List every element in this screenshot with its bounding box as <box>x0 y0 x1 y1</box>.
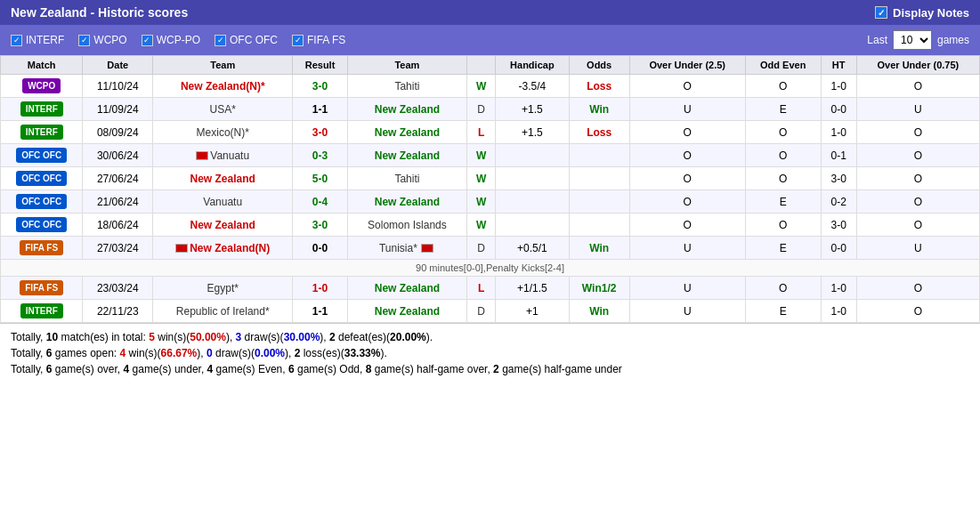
match-badge-cell: OFC OFC <box>1 190 83 214</box>
filter-bar: ✓ INTERF ✓ WCPO ✓ WCP-PO ✓ OFC OFC ✓ FIF… <box>0 25 980 55</box>
over-under-25: O <box>629 121 745 144</box>
header-bar: New Zealand - Historic scores ✓ Display … <box>0 0 980 25</box>
match-date: 27/03/24 <box>83 237 153 260</box>
col-date: Date <box>83 56 153 75</box>
match-type-badge: FIFA FS <box>20 280 63 295</box>
team1-name: Republic of Ireland* <box>153 300 293 323</box>
over-under-25: U <box>629 237 745 260</box>
win-loss-indicator: W <box>467 190 496 214</box>
over-under-25: O <box>629 214 745 237</box>
over-under-25: U <box>629 98 745 121</box>
col-match: Match <box>1 56 83 75</box>
over-under-075: U <box>856 237 979 260</box>
team1-flag-icon <box>196 151 208 160</box>
match-result: 0-0 <box>293 237 348 260</box>
match-result: 5-0 <box>293 167 348 190</box>
halftime-score: 1-0 <box>821 277 856 300</box>
match-type-badge: OFC OFC <box>16 217 67 232</box>
win-loss-indicator: W <box>467 75 496 98</box>
odds-result: Loss <box>569 121 629 144</box>
games-label: games <box>937 34 969 46</box>
team2-name: Tahiti <box>347 75 466 98</box>
team2-name: New Zealand <box>347 190 466 214</box>
over-under-075: O <box>856 75 979 98</box>
odds-result: Win <box>569 98 629 121</box>
win-loss-indicator: L <box>467 121 496 144</box>
team2-name: New Zealand <box>347 277 466 300</box>
col-ou075: Over Under (0.75) <box>856 56 979 75</box>
match-date: 11/10/24 <box>83 75 153 98</box>
handicap-value: +1 <box>496 300 570 323</box>
team1-name: USA* <box>153 98 293 121</box>
odds-result: Win <box>569 237 629 260</box>
handicap-value: +1.5 <box>496 121 570 144</box>
display-notes-checkbox[interactable]: ✓ <box>875 6 887 19</box>
over-under-075: O <box>856 167 979 190</box>
team1-name: New Zealand(N) <box>153 237 293 260</box>
match-result: 0-3 <box>293 144 348 167</box>
match-badge-cell: OFC OFC <box>1 144 83 167</box>
match-badge-cell: OFC OFC <box>1 167 83 190</box>
team2-name: Tunisia* <box>347 237 466 260</box>
col-team2: Team <box>347 56 466 75</box>
team1-name: Vanuatu <box>153 144 293 167</box>
summary-section: Totally, 10 match(es) in total: 5 win(s)… <box>0 323 980 386</box>
win-loss-indicator: L <box>467 277 496 300</box>
filter-ofcofc-checkbox[interactable]: ✓ <box>215 35 226 46</box>
match-date: 18/06/24 <box>83 214 153 237</box>
team2-name: New Zealand <box>347 121 466 144</box>
odds-result: Win1/2 <box>569 277 629 300</box>
col-ou25: Over Under (2.5) <box>629 56 745 75</box>
table-row: FIFA FS23/03/24Egypt*1-0New ZealandL+1/1… <box>1 277 980 300</box>
match-date: 22/11/23 <box>83 300 153 323</box>
filter-wcpo-checkbox[interactable]: ✓ <box>78 35 90 46</box>
filter-fifafs[interactable]: ✓ FIFA FS <box>292 34 345 46</box>
match-badge-cell: INTERF <box>1 98 83 121</box>
last-label: Last <box>867 34 887 46</box>
summary-line-1: Totally, 10 match(es) in total: 5 win(s)… <box>11 331 969 343</box>
over-under-25: O <box>629 167 745 190</box>
filter-interf[interactable]: ✓ INTERF <box>11 34 64 46</box>
display-notes-toggle[interactable]: ✓ Display Notes <box>875 6 969 20</box>
over-under-075: U <box>856 98 979 121</box>
halftime-score: 0-0 <box>821 237 856 260</box>
win-loss-indicator: D <box>467 98 496 121</box>
filter-wcppo[interactable]: ✓ WCP-PO <box>142 34 200 46</box>
handicap-value: +0.5/1 <box>496 237 570 260</box>
odds-result <box>569 167 629 190</box>
team1-name: Mexico(N)* <box>153 121 293 144</box>
col-handicap: Handicap <box>496 56 570 75</box>
filter-fifafs-checkbox[interactable]: ✓ <box>292 35 304 46</box>
over-under-25: O <box>629 190 745 214</box>
team1-name: New Zealand <box>153 167 293 190</box>
win-loss-indicator: D <box>467 237 496 260</box>
match-type-badge: INTERF <box>20 303 63 318</box>
table-row: OFC OFC21/06/24Vanuatu0-4New ZealandWOE0… <box>1 190 980 214</box>
table-row: OFC OFC30/06/24Vanuatu0-3New ZealandWOO0… <box>1 144 980 167</box>
team2-name: New Zealand <box>347 98 466 121</box>
match-type-badge: OFC OFC <box>16 171 67 186</box>
table-row: OFC OFC27/06/24New Zealand5-0TahitiWOO3-… <box>1 167 980 190</box>
odd-even: O <box>745 121 821 144</box>
over-under-075: O <box>856 214 979 237</box>
filter-wcppo-checkbox[interactable]: ✓ <box>142 35 153 46</box>
col-result: Result <box>293 56 348 75</box>
over-under-25: U <box>629 300 745 323</box>
match-result: 3-0 <box>293 214 348 237</box>
odd-even: O <box>745 144 821 167</box>
match-badge-cell: INTERF <box>1 121 83 144</box>
match-date: 11/09/24 <box>83 98 153 121</box>
col-oe: Odd Even <box>745 56 821 75</box>
col-odds: Odds <box>569 56 629 75</box>
last-games-select[interactable]: 5 10 15 20 25 30 <box>893 30 932 50</box>
team2-name: New Zealand <box>347 300 466 323</box>
col-ht: HT <box>821 56 856 75</box>
filter-interf-checkbox[interactable]: ✓ <box>11 35 22 46</box>
filter-wcpo[interactable]: ✓ WCPO <box>78 34 126 46</box>
scores-table: Match Date Team Result Team Handicap Odd… <box>0 55 980 323</box>
last-games-selector[interactable]: Last 5 10 15 20 25 30 games <box>867 30 969 50</box>
halftime-score: 1-0 <box>821 75 856 98</box>
odds-result <box>569 144 629 167</box>
halftime-score: 1-0 <box>821 300 856 323</box>
filter-ofcofc[interactable]: ✓ OFC OFC <box>215 34 278 46</box>
